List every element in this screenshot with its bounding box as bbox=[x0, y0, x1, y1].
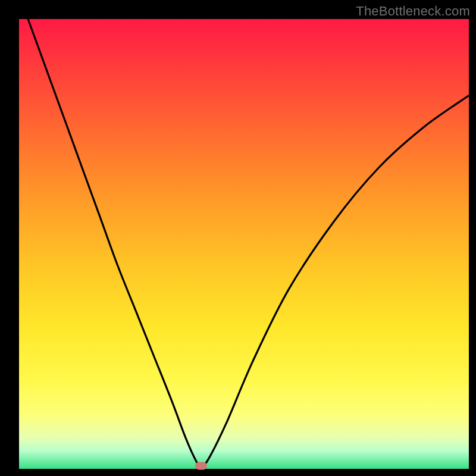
plot-area bbox=[19, 19, 469, 469]
watermark-text: TheBottleneck.com bbox=[356, 4, 470, 19]
optimum-marker bbox=[195, 462, 207, 469]
bottleneck-curve bbox=[19, 19, 469, 469]
chart-frame: TheBottleneck.com bbox=[0, 0, 476, 476]
